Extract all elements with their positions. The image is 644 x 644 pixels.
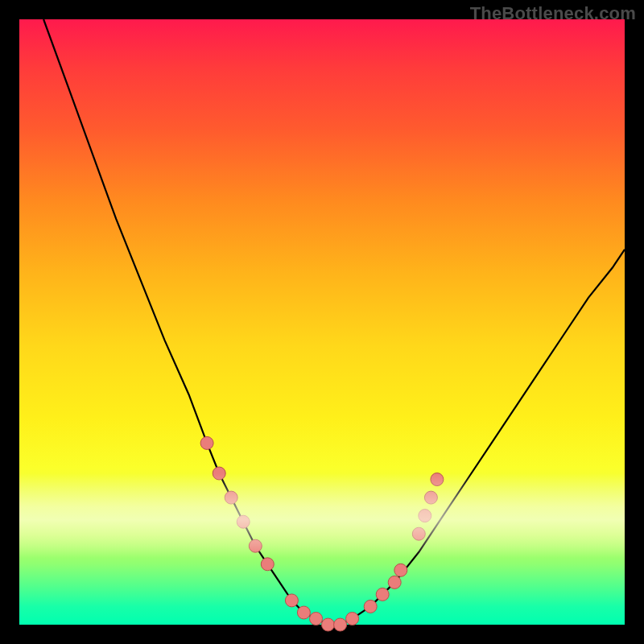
chart-frame: TheBottleneck.com xyxy=(0,0,644,644)
marker-point xyxy=(310,613,323,625)
marker-point xyxy=(225,491,237,504)
marker-point xyxy=(364,600,377,613)
bottleneck-curve xyxy=(43,19,625,625)
chart-plot-area xyxy=(19,19,625,625)
chart-svg xyxy=(19,19,625,625)
marker-point xyxy=(213,467,225,480)
marker-point xyxy=(334,618,347,631)
marker-point xyxy=(394,564,407,576)
marker-point xyxy=(297,606,310,619)
marker-point xyxy=(424,491,437,504)
marker-point xyxy=(376,588,389,601)
marker-point xyxy=(322,618,335,631)
marker-point xyxy=(412,527,425,540)
marker-point xyxy=(237,515,250,528)
marker-point xyxy=(419,510,431,522)
marker-group xyxy=(200,436,444,631)
marker-point xyxy=(431,473,444,486)
marker-point xyxy=(388,576,401,588)
marker-point xyxy=(285,594,298,607)
marker-point xyxy=(200,436,213,449)
watermark-text: TheBottleneck.com xyxy=(470,3,636,24)
marker-point xyxy=(346,613,359,625)
marker-point xyxy=(249,539,262,552)
marker-point xyxy=(261,558,274,571)
